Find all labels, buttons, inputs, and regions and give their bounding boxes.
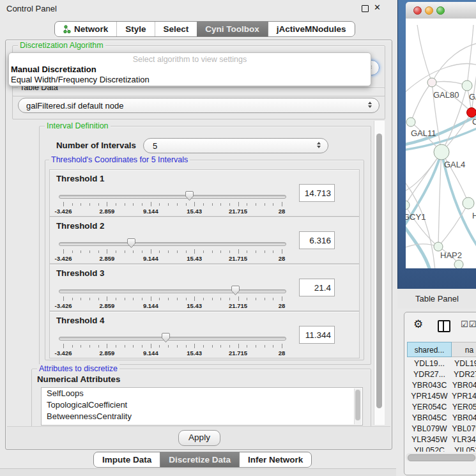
table-row[interactable]: YDR27...YDR27...	[407, 369, 476, 380]
threshold-slider[interactable]: -3.4262.8599.14415.4321.71528	[59, 284, 286, 309]
table-row[interactable]: YPR145WYPR145W	[407, 391, 476, 402]
minimize-traffic-light[interactable]	[425, 6, 433, 15]
network-canvas[interactable]: GAL80GACGAL11GAL4GCY1HHAP2	[406, 19, 476, 268]
threshold-slider[interactable]: -3.4262.8599.14415.4321.71528	[59, 189, 286, 215]
slider-handle[interactable]	[127, 238, 136, 249]
cell-name[interactable]: YER054C	[452, 402, 476, 413]
network-edge[interactable]	[438, 203, 468, 247]
slider-track[interactable]	[59, 195, 286, 199]
cell-shared-name[interactable]: YIL052C	[407, 445, 452, 452]
node-b[interactable]	[462, 81, 472, 91]
table-row[interactable]: YBR045CYBR045C	[407, 413, 476, 424]
threshold-label: Threshold 4	[56, 316, 104, 325]
slider-handle[interactable]	[185, 190, 194, 201]
cell-shared-name[interactable]: YBR045C	[407, 413, 452, 424]
tick-mark	[256, 298, 256, 300]
slider-track[interactable]	[59, 289, 286, 293]
float-window-icon[interactable]	[362, 5, 369, 12]
table-row[interactable]: YIL052CYIL052C	[407, 445, 476, 452]
table-row[interactable]: YDL19...YDL19...	[407, 358, 476, 369]
tab-cyni-toolbox[interactable]: Cyni Toolbox	[197, 22, 268, 36]
GAL11-node[interactable]	[406, 118, 415, 127]
numerical-attributes-list[interactable]: SelfLoopsTopologicalCoefficientBetweenne…	[41, 387, 363, 426]
tab-style[interactable]: Style	[116, 22, 154, 36]
tab-discretize-data[interactable]: Discretize Data	[160, 452, 239, 467]
column-header-name[interactable]: na	[452, 342, 476, 357]
column-header-shared-name[interactable]: shared...	[407, 342, 452, 357]
cell-name[interactable]: YDR27...	[452, 369, 476, 380]
GAL80-node[interactable]	[427, 78, 436, 87]
tab-impute-data[interactable]: Impute Data	[94, 452, 160, 467]
zoom-traffic-light[interactable]	[436, 6, 445, 15]
tab-network[interactable]: Network	[55, 22, 116, 36]
table-row[interactable]: YBR043CYBR043C	[407, 380, 476, 391]
list-scrollbar[interactable]	[354, 388, 362, 424]
close-traffic-light[interactable]	[413, 6, 422, 15]
cell-name[interactable]: YPR145W	[452, 391, 476, 402]
red-node[interactable]	[467, 108, 476, 118]
table-row[interactable]: YBL079WYBL079W	[407, 424, 476, 434]
gear-icon[interactable]: ⚙	[413, 318, 423, 331]
tab-infer-network[interactable]: Infer Network	[239, 452, 311, 467]
slider-handle[interactable]	[231, 285, 240, 296]
table-row[interactable]: YLR345WYLR345W	[407, 434, 476, 445]
network-window-titlebar[interactable]	[406, 2, 476, 19]
slider-handle[interactable]	[161, 332, 171, 343]
threshold-value-field[interactable]: 11.344	[299, 326, 335, 344]
network-edge[interactable]	[406, 244, 438, 249]
close-icon[interactable]: ✕	[374, 3, 381, 12]
cell-shared-name[interactable]: YBR043C	[407, 380, 452, 391]
cell-shared-name[interactable]: YLR345W	[407, 434, 452, 445]
threshold-value-field[interactable]: 14.713	[299, 184, 335, 202]
cell-shared-name[interactable]: YBL079W	[407, 424, 452, 434]
scrollbar-thumb[interactable]	[376, 134, 382, 408]
attribute-list-item[interactable]: BetweennessCentrality	[42, 411, 362, 422]
cell-name[interactable]: YBR043C	[452, 380, 476, 391]
network-edge[interactable]	[438, 152, 441, 247]
cell-shared-name[interactable]: YPR145W	[407, 391, 452, 402]
attribute-list-item[interactable]: TopologicalCoefficient	[42, 399, 362, 411]
slider-track[interactable]	[59, 337, 286, 341]
threshold-value-field[interactable]: 21.4	[299, 279, 335, 296]
dropdown-prompt[interactable]: Select algorithm to view settings	[9, 53, 371, 65]
number-of-intervals-combobox[interactable]: 5	[143, 138, 328, 153]
tab-jactivemnodules[interactable]: jActiveMNodules	[268, 22, 355, 36]
tab-select[interactable]: Select	[155, 22, 197, 36]
network-edge[interactable]	[406, 178, 435, 268]
apply-button[interactable]: Apply	[178, 430, 220, 446]
cell-name[interactable]: YBL079W	[452, 424, 476, 434]
dropdown-option-manual-discretization[interactable]: Manual Discretization	[9, 65, 371, 75]
threshold-slider[interactable]: -3.4262.8599.14415.4321.71528	[59, 331, 286, 357]
slider-track[interactable]	[59, 242, 286, 246]
dropdown-option-equal-width[interactable]: Equal Width/Frequency Discretization	[9, 75, 371, 85]
HAP2-node[interactable]	[434, 242, 443, 251]
network-edge[interactable]	[406, 205, 438, 247]
table-data-combobox[interactable]: galFiltered.sif default node	[18, 98, 380, 113]
hscrollbar-thumb[interactable]	[408, 454, 475, 461]
settings-scrollbar[interactable]	[374, 121, 385, 425]
GCY1-node[interactable]	[406, 201, 410, 210]
cell-shared-name[interactable]: YDL19...	[407, 358, 452, 369]
network-edge[interactable]	[406, 152, 441, 192]
GAL4-node[interactable]	[434, 144, 449, 160]
checkboxes-icon[interactable]: ☑☑	[461, 319, 476, 329]
attribute-list-item[interactable]: SelfLoops	[42, 388, 362, 399]
cell-name[interactable]: YLR345W	[452, 434, 476, 445]
cell-shared-name[interactable]: YDR27...	[407, 369, 452, 380]
threshold-value-field[interactable]: 6.316	[299, 231, 335, 249]
network-edge[interactable]	[467, 25, 473, 86]
table-row[interactable]: YER054CYER054C	[407, 402, 476, 413]
cell-name[interactable]: YDL19...	[452, 358, 476, 369]
columns-icon[interactable]	[438, 320, 450, 332]
cell-name[interactable]: YBR045C	[452, 413, 476, 424]
table-hscrollbar[interactable]	[406, 453, 476, 461]
cell-shared-name[interactable]: YER054C	[407, 402, 452, 413]
threshold-slider[interactable]: -3.4262.8599.14415.4321.71528	[59, 236, 286, 262]
node-i[interactable]	[454, 260, 463, 268]
cell-name[interactable]: YIL052C	[452, 445, 476, 452]
network-edge[interactable]	[411, 82, 432, 122]
network-edge[interactable]	[406, 152, 441, 205]
network-edge[interactable]	[417, 25, 432, 82]
network-edge-thick[interactable]	[406, 222, 430, 268]
node-h[interactable]	[463, 197, 474, 209]
